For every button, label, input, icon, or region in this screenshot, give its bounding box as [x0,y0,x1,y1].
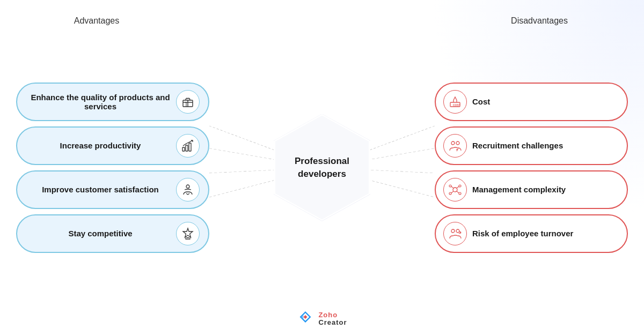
disadvantage-text-3: Management complexity [472,185,614,194]
center-area: Professionaldevelopers [209,109,435,227]
disadvantage-item-2: Recruitment challenges [435,126,628,165]
svg-point-18 [456,141,459,145]
disadvantage-icon-4 [443,222,467,245]
disadvantage-item-1: COST Cost [435,83,628,121]
diagram-area: Enhance the quality of products and serv… [0,31,644,304]
logo-diamond-icon [297,310,314,327]
advantage-item-2: Increase productivity [16,126,209,165]
advantage-icon-3 [176,178,200,201]
advantage-text-3: Improve customer satisfaction [30,185,171,194]
section-headers: Advantages Disadvantages [0,0,644,31]
disadvantage-text-2: Recruitment challenges [472,141,614,150]
logo-creator-text: Creator [318,319,347,326]
footer: Zoho Creator [297,304,347,336]
advantage-icon-1 [176,90,200,114]
disadvantage-icon-3 [443,178,467,201]
svg-rect-3 [189,143,191,151]
svg-rect-1 [182,147,185,151]
svg-point-19 [453,188,457,192]
disadvantage-text-1: Cost [472,97,614,106]
svg-text:COST: COST [453,103,460,107]
advantage-item-4: Stay competitive [16,214,209,253]
disadvantage-item-3: Management complexity [435,170,628,209]
disadvantage-icon-1: COST [443,90,467,114]
svg-point-23 [459,192,461,195]
disadvantages-list: COST Cost Recruitment challenge [435,83,628,253]
hexagon-content: Professionaldevelopers [275,116,369,220]
advantage-text-2: Increase productivity [30,141,171,150]
svg-point-24 [451,229,455,233]
svg-rect-6 [187,237,189,238]
advantage-icon-4 [176,222,200,245]
advantage-item-3: Improve customer satisfaction [16,170,209,209]
advantage-text-1: Enhance the quality of products and serv… [30,93,171,111]
disadvantage-text-4: Risk of employee turnover [472,229,614,238]
main-container: Advantages Disadvantages Enhance the qua… [0,0,644,336]
hexagon-inner-shape: Professionaldevelopers [274,114,370,221]
svg-point-20 [449,185,451,187]
disadvantage-icon-2 [443,134,467,158]
advantages-header: Advantages [74,16,120,25]
advantage-icon-2 [176,134,200,158]
advantage-item-1: Enhance the quality of products and serv… [16,83,209,121]
disadvantages-header: Disadvantages [511,16,568,25]
disadvantage-item-4: Risk of employee turnover [435,214,628,253]
advantages-list: Enhance the quality of products and serv… [16,83,209,253]
svg-point-17 [451,141,455,145]
hexagon-container: Professionaldevelopers [268,109,376,227]
svg-point-22 [449,192,451,195]
logo-zoho-text: Zoho [318,311,347,319]
center-title: Professionaldevelopers [295,155,349,181]
hexagon-shape: Professionaldevelopers [274,114,370,221]
svg-point-4 [186,185,189,188]
advantage-text-4: Stay competitive [30,229,171,238]
svg-point-25 [456,229,459,233]
logo-text-group: Zoho Creator [318,311,347,327]
zoho-creator-logo: Zoho Creator [297,310,347,327]
svg-rect-2 [186,145,188,151]
svg-point-21 [459,185,461,187]
